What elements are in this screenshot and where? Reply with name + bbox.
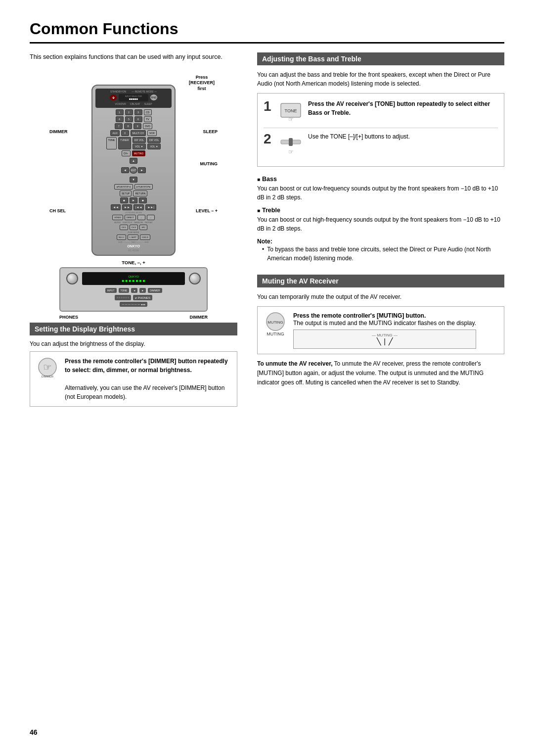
display-panel: ONKYO ■ ■ ■ ■ ■ ■ ■ [82, 272, 185, 285]
step2-number: 2 [264, 132, 273, 146]
volume-knob [66, 273, 78, 284]
muting-instruction-box: MUTING MUTING Press the remote controlle… [257, 306, 504, 354]
bass-treble-header: Adjusting the Bass and Treble [257, 52, 504, 65]
panel-btn-1: INPUT [105, 288, 117, 293]
brightness-intro: You can adjust the brightness of the dis… [30, 340, 237, 347]
panel-btn-3: ◄ [131, 288, 137, 293]
bass-header: Bass [257, 176, 504, 183]
brightness-instruction-box: ☞ DIMMER Press the remote controller's [… [30, 351, 237, 407]
brightness-section-header: Setting the Display Brightness [30, 323, 237, 335]
svg-text:☞: ☞ [288, 148, 294, 154]
panel-btn-4: ► [139, 288, 146, 293]
svg-text:☞: ☞ [288, 116, 294, 121]
muting-section: Muting the AV Receiver You can temporari… [257, 275, 504, 388]
panel-btn-2: TONE [119, 288, 130, 293]
note-box: Note: To bypass the bass and treble tone… [257, 238, 504, 263]
svg-text:☞: ☞ [43, 362, 52, 373]
bass-treble-section: Adjusting the Bass and Treble You can ad… [257, 52, 504, 263]
step1-text: Press the AV receiver's [TONE] button re… [308, 99, 498, 117]
front-panel-illustration: ONKYO ■ ■ ■ ■ ■ ■ ■ INPUT TONE ◄ ► DIMME… [49, 267, 218, 320]
sleep-ann-label: SLEEP [203, 129, 218, 134]
step1-icon: TONE ☞ [278, 99, 303, 123]
muting-intro: You can temporarily mute the output of t… [257, 292, 504, 301]
remote-illustration: Press [RECEIVER] first DIMMER SLEEP MUTI… [49, 70, 218, 256]
svg-text:DIMMER: DIMMER [42, 375, 54, 378]
step1-number: 1 [264, 99, 273, 113]
chsel-ann-label: CH SEL [49, 208, 66, 213]
unmute-text: To unmute the AV receiver, To unmute the… [257, 359, 504, 388]
remote-body: STANDBY/ON — REMOTE MODE — ⏻ INPUT SELEC… [91, 85, 176, 256]
muting-section-header: Muting the AV Receiver [257, 275, 504, 287]
panel-transport: — — — — — — ●●● [120, 302, 147, 307]
step2-row: 2 ☞ Use the TONE [–]/[+] buttons to adju… [264, 132, 498, 155]
dimmer-ann-label: DIMMER [49, 129, 68, 134]
treble-subsection: Treble You can boost or cut high-frequen… [257, 207, 504, 233]
treble-header: Treble [257, 207, 504, 214]
panel-btn-6: ○ ○ ○ ○ ○ ○ [115, 295, 131, 300]
treble-text: You can boost or cut high-frequency soun… [257, 215, 504, 233]
note-text: To bypass the bass and treble tone circu… [262, 245, 504, 263]
bass-subsection: Bass You can boost or cut low-frequency … [257, 176, 504, 202]
panel-btn-5: DIMMER [148, 288, 162, 293]
svg-text:MUTING: MUTING [267, 320, 283, 325]
note-label: Note: [257, 238, 504, 245]
brightness-section: Setting the Display Brightness You can a… [30, 323, 237, 407]
panel-btn-phones: ⌀ PHONES [133, 295, 152, 300]
muting-ann-label: MUTING [200, 161, 218, 166]
tone-label: TONE, –, + [30, 260, 237, 265]
right-knob [189, 273, 201, 284]
intro-text: This section explains functions that can… [30, 52, 237, 62]
press-receiver-label: Press [RECEIVER] first [189, 75, 215, 92]
bass-treble-steps: 1 TONE ☞ Press the AV receiver's [TONE] … [257, 93, 504, 167]
dimmer-icon: ☞ DIMMER [35, 357, 60, 380]
panel-sublabels: PHONES DIMMER [59, 315, 208, 320]
level-ann-label: LEVEL – + [196, 208, 218, 213]
muting-display: — MUTING — ╲ | ╱ [293, 330, 476, 349]
step1-row: 1 TONE ☞ Press the AV receiver's [TONE] … [264, 99, 498, 123]
svg-text:TONE: TONE [285, 108, 297, 113]
step2-icon: ☞ [278, 132, 303, 155]
bass-text: You can boost or cut low-frequency sound… [257, 184, 504, 202]
muting-btn-icon: MUTING MUTING [263, 312, 288, 339]
muting-instructions: Press the remote controller's [MUTING] b… [293, 312, 476, 349]
page-title: Common Functions [30, 20, 504, 44]
svg-rect-7 [289, 138, 293, 146]
page-number: 46 [30, 728, 38, 736]
step2-text: Use the TONE [–]/[+] buttons to adjust. [308, 132, 498, 141]
bass-treble-intro: You can adjust the bass and treble for t… [257, 70, 504, 88]
svg-text:MUTING: MUTING [267, 331, 284, 336]
brightness-instructions: Press the remote controller's [DIMMER] b… [65, 357, 232, 401]
